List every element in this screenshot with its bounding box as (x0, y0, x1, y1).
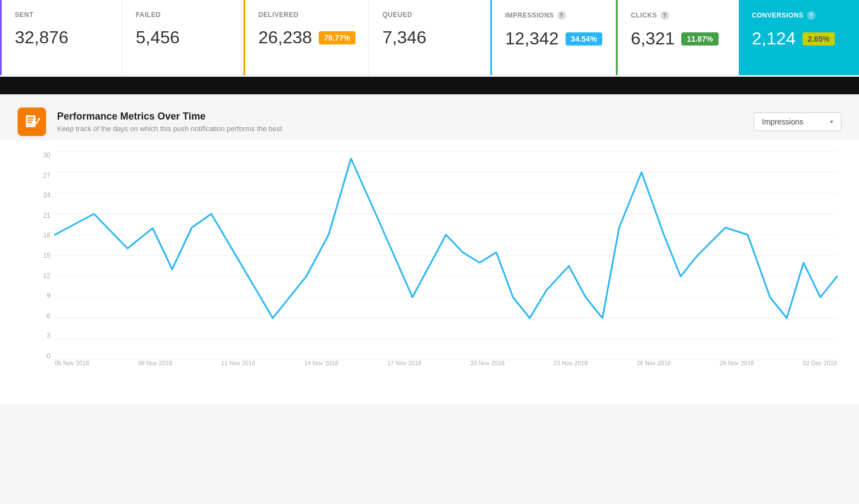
perf-title: Performance Metrics Over Time (57, 111, 282, 122)
delivered-label: DELIVERED (258, 11, 355, 19)
y-axis-label: 18 (43, 231, 50, 239)
notification-chart-icon (24, 114, 40, 130)
chart-container: 302724211815129630 05 No (33, 151, 837, 382)
stat-clicks: CLICKS ? 6,321 11.87% (616, 0, 738, 75)
y-axis-label: 21 (43, 212, 50, 219)
y-axis-label: 3 (47, 332, 50, 339)
queued-label: QUEUED (382, 11, 476, 19)
x-axis-label: 23 Nov 2018 (553, 360, 587, 366)
x-axis-label: 08 Nov 2018 (138, 360, 172, 366)
perf-left: Performance Metrics Over Time Keep track… (18, 107, 282, 136)
conversions-badge: 2.65% (803, 32, 835, 46)
x-axis-label: 17 Nov 2018 (387, 360, 421, 366)
stat-impressions: IMPRESSIONS ? 12,342 34.54% (490, 0, 616, 75)
stat-sent: SENT 32,876 (0, 0, 122, 75)
impressions-badge: 34.54% (566, 32, 602, 46)
clicks-value: 6,321 (631, 29, 675, 49)
chart-area: 302724211815129630 05 No (0, 140, 859, 404)
svg-point-4 (38, 118, 40, 120)
separator-bar (0, 77, 859, 94)
stat-failed: FAILED 5,456 (122, 0, 243, 75)
clicks-help-icon[interactable]: ? (660, 11, 669, 20)
delivered-value: 26,238 (258, 27, 312, 48)
x-axis-label: 14 Nov 2018 (304, 360, 338, 366)
conversions-label: CONVERSIONS ? (752, 11, 846, 20)
x-axis: 05 Nov 201808 Nov 201811 Nov 201814 Nov … (55, 360, 837, 382)
perf-subtitle: Keep track of the days on which this pus… (57, 124, 282, 133)
clicks-badge: 11.87% (681, 32, 718, 46)
x-axis-label: 26 Nov 2018 (637, 360, 671, 366)
chevron-down-icon: ▾ (830, 118, 833, 126)
chart-inner (55, 151, 837, 360)
stat-delivered: DELIVERED 26,238 79.77% (244, 0, 369, 75)
failed-label: FAILED (135, 11, 229, 19)
conversions-help-icon[interactable]: ? (807, 11, 816, 20)
svg-rect-2 (27, 120, 33, 121)
y-axis-label: 12 (43, 272, 50, 280)
stats-bar: SENT 32,876 FAILED 5,456 DELIVERED 26,23… (0, 0, 859, 77)
impressions-value: 12,342 (505, 29, 559, 49)
delivered-badge: 79.77% (319, 31, 355, 44)
failed-value: 5,456 (135, 27, 179, 48)
chart-svg (55, 151, 837, 360)
y-axis-label: 0 (47, 352, 50, 360)
y-axis-label: 30 (43, 151, 50, 159)
y-axis-label: 6 (47, 312, 50, 320)
y-axis: 302724211815129630 (33, 151, 55, 360)
x-axis-label: 05 Nov 2018 (55, 360, 89, 366)
clicks-label: CLICKS ? (631, 11, 725, 20)
metric-dropdown[interactable]: Impressions ▾ (754, 112, 841, 131)
y-axis-label: 15 (43, 252, 50, 259)
stat-conversions: CONVERSIONS ? 2,124 2.65% (739, 0, 859, 75)
sent-label: SENT (15, 11, 109, 19)
dropdown-value: Impressions (762, 117, 803, 126)
stat-queued: QUEUED 7,346 (369, 0, 490, 75)
perf-text-block: Performance Metrics Over Time Keep track… (57, 111, 282, 133)
svg-rect-3 (27, 122, 32, 123)
performance-section: Performance Metrics Over Time Keep track… (0, 94, 859, 140)
impressions-label: IMPRESSIONS ? (505, 11, 602, 20)
impressions-help-icon[interactable]: ? (557, 11, 566, 20)
x-axis-label: 02 Dec 2018 (803, 360, 837, 366)
perf-icon (18, 107, 46, 136)
y-axis-label: 9 (47, 292, 50, 299)
conversions-value: 2,124 (752, 29, 796, 49)
sent-value: 32,876 (15, 27, 69, 48)
y-axis-label: 27 (43, 172, 50, 179)
svg-rect-1 (27, 117, 34, 118)
x-axis-label: 20 Nov 2018 (471, 360, 505, 366)
y-axis-label: 24 (43, 191, 50, 199)
queued-value: 7,346 (382, 27, 426, 48)
x-axis-label: 29 Nov 2018 (720, 360, 754, 366)
x-axis-label: 11 Nov 2018 (221, 360, 255, 366)
svg-rect-0 (26, 115, 36, 127)
